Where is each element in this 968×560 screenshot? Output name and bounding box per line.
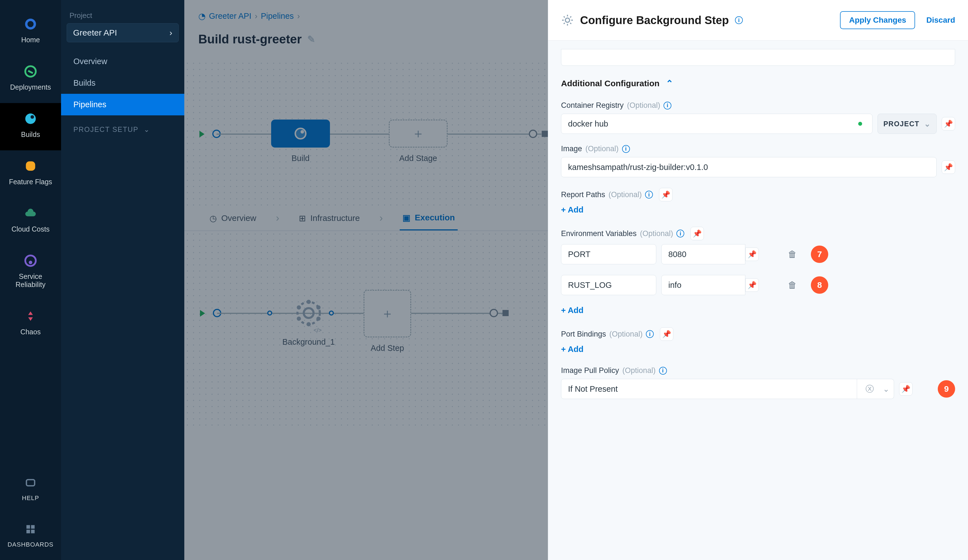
env-vars-label: Environment Variables (Optional) i 📌 bbox=[561, 227, 955, 240]
pin-button[interactable]: 📌 bbox=[745, 278, 759, 292]
container-registry-value: docker hub bbox=[568, 119, 608, 129]
pin-button[interactable]: 📌 bbox=[659, 188, 673, 201]
svg-rect-11 bbox=[27, 530, 30, 533]
image-pull-policy-select[interactable]: If Not Present bbox=[561, 379, 857, 399]
drawer-title-text: Configure Background Step bbox=[580, 14, 729, 27]
rail-service-reliability[interactable]: Service Reliability bbox=[0, 245, 61, 300]
collapsed-prev-field[interactable] bbox=[561, 49, 955, 66]
svg-rect-5 bbox=[26, 161, 35, 171]
rail-home-label: Home bbox=[21, 36, 40, 44]
svg-point-3 bbox=[25, 113, 36, 124]
sidebar-item-pipelines[interactable]: Pipelines bbox=[61, 94, 184, 115]
port-bindings-label: Port Bindings (Optional) i 📌 bbox=[561, 327, 955, 341]
sidebar-item-overview[interactable]: Overview bbox=[61, 51, 184, 72]
info-icon[interactable]: i bbox=[645, 191, 653, 199]
env-var-row: RUST_LOG info 📌 🗑 8 bbox=[561, 275, 955, 295]
home-icon bbox=[23, 16, 38, 32]
rail-feature-flags[interactable]: Feature Flags bbox=[0, 150, 61, 198]
info-icon[interactable]: i bbox=[646, 330, 654, 338]
info-icon[interactable]: i bbox=[663, 102, 671, 109]
image-pull-policy-label: Image Pull Policy (Optional) i bbox=[561, 366, 955, 375]
callout-badge: 7 bbox=[811, 245, 828, 263]
chevron-down-icon[interactable]: ⌄ bbox=[883, 384, 889, 394]
chaos-icon bbox=[23, 308, 38, 324]
rail-dashboards[interactable]: DASHBOARDS bbox=[0, 514, 61, 560]
rail-deployments-label: Deployments bbox=[10, 83, 51, 91]
info-icon[interactable]: i bbox=[735, 16, 743, 24]
discard-button[interactable]: Discard bbox=[926, 16, 955, 25]
image-label: Image (Optional) i bbox=[561, 144, 955, 153]
delete-env-var-button[interactable]: 🗑 bbox=[786, 247, 799, 261]
project-setup-label: PROJECT SETUP bbox=[73, 126, 139, 134]
status-dot-icon bbox=[858, 122, 862, 126]
container-registry-select[interactable]: docker hub bbox=[561, 114, 872, 134]
add-env-var-button[interactable]: + Add bbox=[561, 306, 955, 315]
additional-config-section[interactable]: Additional Configuration ⌃ bbox=[561, 78, 955, 89]
env-value-input[interactable]: 8080 bbox=[661, 244, 745, 264]
rail-deployments[interactable]: Deployments bbox=[0, 56, 61, 103]
chevron-up-icon: ⌃ bbox=[666, 78, 673, 89]
svg-point-7 bbox=[29, 261, 33, 264]
chevron-down-icon: ⌄ bbox=[144, 126, 150, 134]
delete-env-var-button[interactable]: 🗑 bbox=[786, 278, 799, 292]
flag-icon bbox=[23, 158, 38, 174]
rail-help[interactable]: HELP bbox=[0, 467, 61, 514]
dashboards-icon bbox=[23, 521, 38, 537]
deployments-icon bbox=[23, 63, 38, 79]
drawer-body[interactable]: Additional Configuration ⌃ Container Reg… bbox=[548, 41, 968, 560]
svg-rect-9 bbox=[27, 525, 30, 529]
container-registry-label: Container Registry (Optional) i bbox=[561, 101, 955, 110]
env-var-row: PORT 8080 📌 🗑 7 bbox=[561, 244, 955, 264]
callout-badge: 8 bbox=[811, 277, 828, 294]
chevron-down-icon: ⌄ bbox=[924, 119, 931, 129]
drawer-header: Configure Background Step i Apply Change… bbox=[548, 0, 968, 41]
image-input[interactable]: kameshsampath/rust-zig-builder:v0.1.0 bbox=[561, 157, 937, 177]
svg-point-1 bbox=[27, 21, 34, 27]
pin-button[interactable]: 📌 bbox=[941, 117, 955, 131]
project-setup-toggle[interactable]: PROJECT SETUP ⌄ bbox=[61, 115, 184, 144]
sidebar-item-builds[interactable]: Builds bbox=[61, 72, 184, 94]
add-port-binding-button[interactable]: + Add bbox=[561, 345, 955, 354]
callout-badge: 9 bbox=[938, 380, 955, 398]
builds-icon bbox=[23, 111, 38, 127]
registry-scope-select[interactable]: PROJECT ⌄ bbox=[877, 114, 937, 134]
svg-rect-8 bbox=[27, 480, 35, 486]
info-icon[interactable]: i bbox=[622, 145, 630, 153]
env-key-input[interactable]: RUST_LOG bbox=[561, 275, 656, 295]
rail-dash-label: DASHBOARDS bbox=[8, 541, 53, 548]
rail-ff-label: Feature Flags bbox=[9, 178, 52, 186]
pin-button[interactable]: 📌 bbox=[941, 161, 955, 174]
project-selector[interactable]: Greeter API › bbox=[67, 23, 179, 42]
pin-button[interactable]: 📌 bbox=[899, 382, 913, 396]
help-icon bbox=[23, 475, 38, 490]
rail-sr-label: Service Reliability bbox=[16, 272, 46, 289]
image-value: kameshsampath/rust-zig-builder:v0.1.0 bbox=[568, 163, 708, 172]
report-paths-label: Report Paths (Optional) i 📌 bbox=[561, 188, 955, 201]
app-icon-rail: Home Deployments Builds Feature Flags Cl… bbox=[0, 0, 61, 560]
rail-chaos[interactable]: Chaos bbox=[0, 300, 61, 348]
pin-button[interactable]: 📌 bbox=[660, 327, 673, 341]
pin-button[interactable]: 📌 bbox=[745, 247, 759, 261]
rail-home[interactable]: Home bbox=[0, 8, 61, 56]
rail-builds-label: Builds bbox=[21, 131, 40, 139]
rail-cloud-costs[interactable]: Cloud Costs bbox=[0, 198, 61, 245]
svg-point-4 bbox=[30, 115, 34, 119]
section-title-text: Additional Configuration bbox=[561, 79, 660, 88]
apply-changes-button[interactable]: Apply Changes bbox=[840, 11, 915, 29]
configure-step-drawer: Configure Background Step i Apply Change… bbox=[548, 0, 968, 560]
add-report-path-button[interactable]: + Add bbox=[561, 205, 955, 214]
pin-button[interactable]: 📌 bbox=[690, 227, 704, 240]
rail-chaos-label: Chaos bbox=[20, 328, 41, 336]
info-icon[interactable]: i bbox=[659, 367, 667, 374]
svg-rect-12 bbox=[31, 530, 35, 533]
svg-rect-10 bbox=[31, 525, 35, 529]
clear-icon[interactable]: ⓧ bbox=[862, 383, 878, 395]
env-value-input[interactable]: info bbox=[661, 275, 745, 295]
cloud-icon bbox=[23, 205, 38, 221]
env-key-input[interactable]: PORT bbox=[561, 244, 656, 264]
info-icon[interactable]: i bbox=[676, 230, 684, 237]
rail-builds[interactable]: Builds bbox=[0, 103, 61, 150]
gear-icon bbox=[561, 14, 574, 27]
rail-cc-label: Cloud Costs bbox=[12, 225, 50, 233]
registry-scope-value: PROJECT bbox=[883, 120, 920, 128]
